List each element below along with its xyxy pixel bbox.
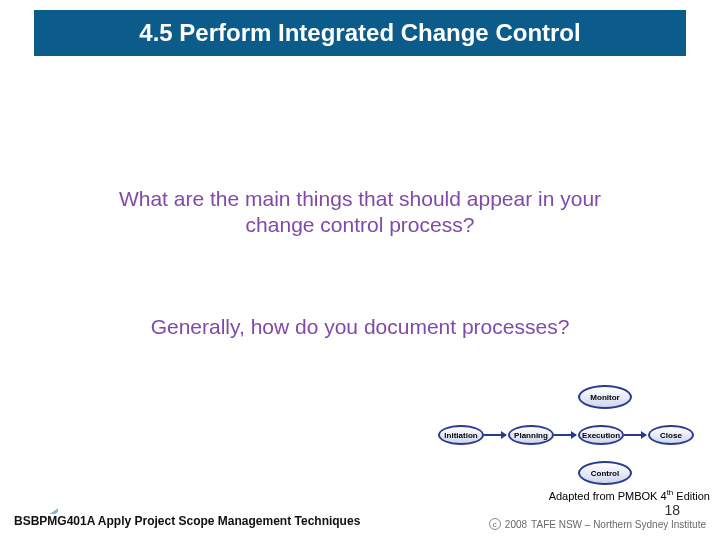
copyright-org: TAFE NSW – Northern Sydney Institute bbox=[531, 519, 706, 530]
institute-logo bbox=[14, 486, 58, 514]
adapted-tail: Edition bbox=[673, 490, 710, 502]
question-2: Generally, how do you document processes… bbox=[0, 315, 720, 339]
arrow-icon bbox=[554, 434, 576, 436]
arrow-icon bbox=[484, 434, 506, 436]
question-1: What are the main things that should app… bbox=[0, 186, 720, 239]
node-control: Control bbox=[578, 461, 632, 485]
copyright-notice: c 2008 TAFE NSW – Northern Sydney Instit… bbox=[489, 518, 706, 530]
node-planning: Planning bbox=[508, 425, 554, 445]
adapted-text: Adapted from PMBOK 4 bbox=[549, 490, 667, 502]
node-execution: Execution bbox=[578, 425, 624, 445]
copyright-year: 2008 bbox=[505, 519, 527, 530]
slide-number: 18 bbox=[664, 502, 680, 518]
node-monitor: Monitor bbox=[578, 385, 632, 409]
source-attribution: Adapted from PMBOK 4th Edition bbox=[549, 488, 710, 502]
arrow-icon bbox=[624, 434, 646, 436]
node-initiation: Initiation bbox=[438, 425, 484, 445]
process-diagram: Monitor Initiation Planning Execution Cl… bbox=[438, 385, 698, 485]
node-close: Close bbox=[648, 425, 694, 445]
slide-title: 4.5 Perform Integrated Change Control bbox=[139, 19, 580, 47]
title-bar: 4.5 Perform Integrated Change Control bbox=[34, 10, 686, 56]
question-2-text: Generally, how do you document processes… bbox=[151, 315, 570, 338]
question-1-line-1: What are the main things that should app… bbox=[119, 187, 601, 210]
question-1-line-2: change control process? bbox=[246, 213, 475, 236]
copyright-icon: c bbox=[489, 518, 501, 530]
course-code: BSBPMG401A Apply Project Scope Managemen… bbox=[14, 514, 360, 528]
